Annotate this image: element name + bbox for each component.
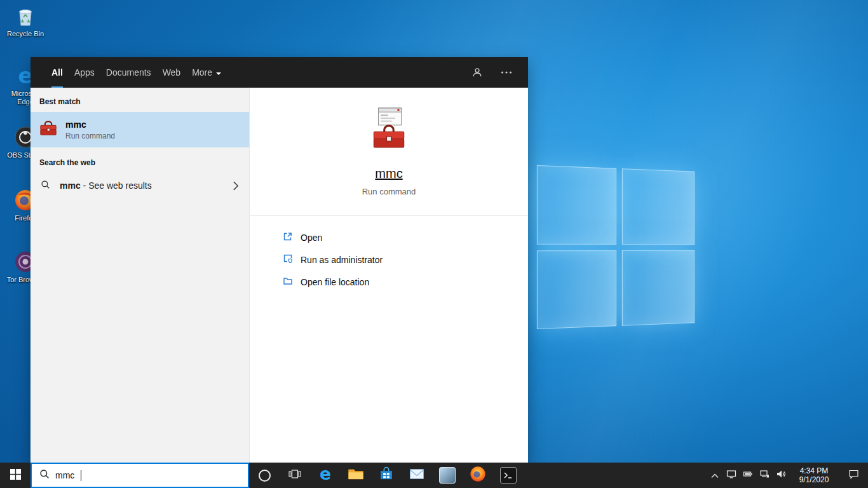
tab-more[interactable]: More <box>186 57 227 88</box>
action-open-file-location[interactable]: Open file location <box>250 271 528 293</box>
cortana-icon <box>259 470 271 482</box>
file-explorer-icon <box>347 465 365 485</box>
taskbar-search-input[interactable]: mmc <box>31 463 249 488</box>
cortana-button[interactable] <box>249 463 280 488</box>
best-match-header: Best match <box>31 88 249 112</box>
tab-label: All <box>51 67 63 78</box>
tray-display-button[interactable] <box>723 463 740 488</box>
firefox-icon <box>469 465 487 485</box>
result-preview-pane: mmc Run command Open <box>249 88 528 463</box>
task-view-button[interactable] <box>280 463 310 488</box>
chevron-up-icon <box>711 470 719 481</box>
tab-label: Web <box>163 67 181 78</box>
taskbar-edge-button[interactable]: e <box>310 463 341 488</box>
search-results-list: Best match mmc Run command Search the we… <box>31 88 249 463</box>
folder-icon <box>283 276 293 288</box>
search-icon <box>41 180 50 192</box>
battery-icon <box>743 469 753 482</box>
search-icon <box>39 469 50 482</box>
web-search-result[interactable]: mmc - See web results <box>31 173 249 198</box>
glass-app-icon <box>439 467 456 484</box>
chevron-right-icon[interactable] <box>233 181 239 191</box>
tab-all[interactable]: All <box>46 57 69 88</box>
tab-web[interactable]: Web <box>157 57 187 88</box>
windows-logo-wallpaper <box>537 165 695 329</box>
search-the-web-header: Search the web <box>31 147 249 173</box>
context-actions: Open Run as administrator <box>250 216 528 303</box>
edge-icon: e <box>316 465 334 485</box>
svg-text:e: e <box>320 465 331 483</box>
action-open[interactable]: Open <box>250 226 528 248</box>
windows-logo-pane <box>537 250 616 330</box>
search-panel-header: All Apps Documents Web More <box>31 57 528 88</box>
command-prompt-icon <box>500 467 517 484</box>
windows-logo-pane <box>537 165 616 245</box>
display-icon <box>726 469 736 482</box>
text-cursor <box>81 470 81 481</box>
volume-icon <box>776 469 786 482</box>
search-panel: All Apps Documents Web More <box>31 57 528 463</box>
chevron-down-icon <box>215 67 222 78</box>
clock-time: 4:34 PM <box>800 466 829 475</box>
windows-logo-pane <box>621 168 695 245</box>
tab-label: Documents <box>106 67 151 78</box>
shield-window-icon <box>283 254 293 266</box>
taskbar: mmc e <box>0 463 868 488</box>
recycle-bin-icon <box>13 4 37 28</box>
show-hidden-icons-button[interactable] <box>707 463 723 488</box>
taskbar-mail-button[interactable] <box>402 463 432 488</box>
mail-icon <box>409 466 425 485</box>
taskbar-firefox-button[interactable] <box>463 463 493 488</box>
action-label: Run as administrator <box>301 255 383 265</box>
action-label: Open file location <box>301 277 369 287</box>
tray-battery-button[interactable] <box>740 463 756 488</box>
tab-documents[interactable]: Documents <box>100 57 157 88</box>
ellipsis-icon[interactable] <box>495 61 518 84</box>
open-icon <box>283 231 293 243</box>
preview-title[interactable]: mmc <box>375 166 402 181</box>
action-label: Open <box>301 233 322 243</box>
clock-date: 9/1/2020 <box>799 475 829 484</box>
desktop-icon-label: Recycle Bin <box>3 30 48 38</box>
action-center-icon <box>848 469 859 482</box>
start-button[interactable] <box>0 463 31 488</box>
preview-subtitle: Run command <box>362 187 416 196</box>
result-title: mmc <box>65 119 115 130</box>
network-icon <box>759 469 770 482</box>
search-input-value: mmc <box>55 470 74 480</box>
tray-network-button[interactable] <box>756 463 773 488</box>
action-center-button[interactable] <box>839 463 868 488</box>
web-query: mmc <box>60 180 81 191</box>
taskbar-command-prompt-button[interactable] <box>493 463 524 488</box>
taskbar-pinned-app-button[interactable] <box>432 463 463 488</box>
tab-label: Apps <box>74 67 95 78</box>
windows-logo-pane <box>621 250 695 326</box>
desktop-icon-recycle-bin[interactable]: Recycle Bin <box>3 4 48 38</box>
taskbar-store-button[interactable] <box>371 463 402 488</box>
tab-label: More <box>192 67 212 78</box>
taskbar-file-explorer-button[interactable] <box>341 463 371 488</box>
tray-volume-button[interactable] <box>773 463 789 488</box>
result-subtitle: Run command <box>65 132 115 140</box>
taskbar-clock[interactable]: 4:34 PM 9/1/2020 <box>789 463 839 488</box>
taskbar-empty-space <box>524 463 707 488</box>
mmc-toolbox-large-icon <box>368 107 410 151</box>
action-run-as-administrator[interactable]: Run as administrator <box>250 248 528 271</box>
best-match-result-mmc[interactable]: mmc Run command <box>31 112 249 147</box>
account-icon[interactable] <box>466 61 489 84</box>
web-suffix: - See web results <box>81 180 152 191</box>
task-view-icon <box>288 469 301 482</box>
start-icon <box>10 469 21 482</box>
store-icon <box>378 466 395 485</box>
tab-apps[interactable]: Apps <box>69 57 100 88</box>
mmc-toolbox-icon <box>39 119 58 140</box>
